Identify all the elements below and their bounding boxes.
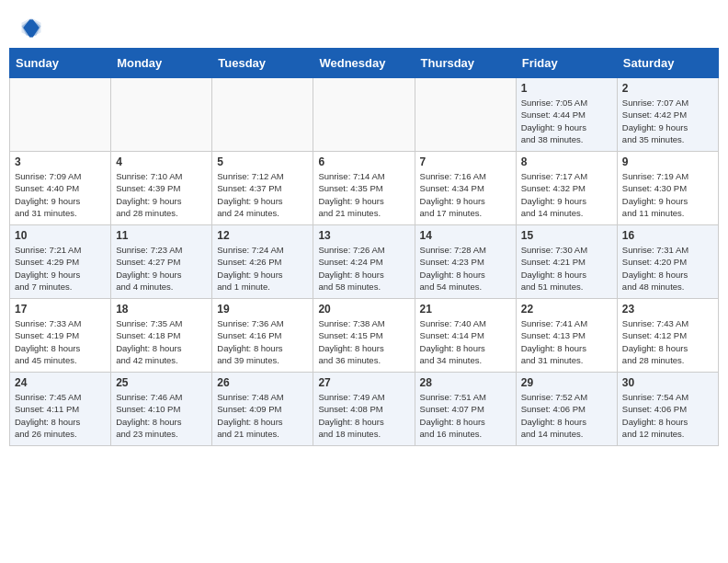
day-cell-21: 21Sunrise: 7:40 AM Sunset: 4:14 PM Dayli… — [415, 299, 516, 373]
day-cell-17: 17Sunrise: 7:33 AM Sunset: 4:19 PM Dayli… — [10, 299, 111, 373]
day-info: Sunrise: 7:24 AM Sunset: 4:26 PM Dayligh… — [217, 244, 308, 293]
day-cell-20: 20Sunrise: 7:38 AM Sunset: 4:15 PM Dayli… — [313, 299, 415, 373]
day-number: 27 — [318, 376, 409, 389]
day-info: Sunrise: 7:30 AM Sunset: 4:21 PM Dayligh… — [521, 244, 612, 293]
day-number: 24 — [15, 376, 106, 389]
day-cell-11: 11Sunrise: 7:23 AM Sunset: 4:27 PM Dayli… — [111, 225, 212, 299]
empty-cell — [415, 78, 516, 152]
weekday-header-friday: Friday — [516, 49, 617, 78]
day-cell-1: 1Sunrise: 7:05 AM Sunset: 4:44 PM Daylig… — [516, 78, 617, 152]
day-cell-13: 13Sunrise: 7:26 AM Sunset: 4:24 PM Dayli… — [313, 225, 415, 299]
day-number: 30 — [622, 376, 713, 389]
day-number: 23 — [622, 303, 713, 316]
day-number: 20 — [318, 303, 409, 316]
day-info: Sunrise: 7:35 AM Sunset: 4:18 PM Dayligh… — [116, 317, 207, 366]
day-number: 6 — [318, 155, 409, 168]
day-cell-25: 25Sunrise: 7:46 AM Sunset: 4:10 PM Dayli… — [111, 373, 212, 446]
weekday-header-monday: Monday — [111, 49, 212, 78]
day-number: 11 — [116, 229, 207, 242]
weekday-header-thursday: Thursday — [415, 49, 516, 78]
empty-cell — [212, 78, 313, 152]
day-number: 5 — [217, 155, 308, 168]
day-number: 28 — [420, 376, 511, 389]
weekday-header-tuesday: Tuesday — [212, 49, 313, 78]
day-cell-4: 4Sunrise: 7:10 AM Sunset: 4:39 PM Daylig… — [111, 152, 212, 225]
empty-cell — [313, 78, 415, 152]
day-cell-29: 29Sunrise: 7:52 AM Sunset: 4:06 PM Dayli… — [516, 373, 617, 446]
day-info: Sunrise: 7:54 AM Sunset: 4:06 PM Dayligh… — [622, 391, 713, 440]
day-info: Sunrise: 7:31 AM Sunset: 4:20 PM Dayligh… — [622, 244, 713, 293]
day-info: Sunrise: 7:45 AM Sunset: 4:11 PM Dayligh… — [15, 391, 106, 440]
day-cell-7: 7Sunrise: 7:16 AM Sunset: 4:34 PM Daylig… — [415, 152, 516, 225]
day-number: 18 — [116, 303, 207, 316]
day-number: 19 — [217, 303, 308, 316]
day-number: 21 — [420, 303, 511, 316]
day-cell-14: 14Sunrise: 7:28 AM Sunset: 4:23 PM Dayli… — [415, 225, 516, 299]
day-cell-24: 24Sunrise: 7:45 AM Sunset: 4:11 PM Dayli… — [10, 373, 111, 446]
logo-icon — [18, 15, 44, 40]
day-number: 25 — [116, 376, 207, 389]
day-info: Sunrise: 7:26 AM Sunset: 4:24 PM Dayligh… — [318, 244, 409, 293]
day-number: 14 — [420, 229, 511, 242]
day-number: 26 — [217, 376, 308, 389]
weekday-header-saturday: Saturday — [617, 49, 718, 78]
day-info: Sunrise: 7:12 AM Sunset: 4:37 PM Dayligh… — [217, 170, 308, 219]
week-row-1: 1Sunrise: 7:05 AM Sunset: 4:44 PM Daylig… — [10, 78, 719, 152]
day-cell-16: 16Sunrise: 7:31 AM Sunset: 4:20 PM Dayli… — [617, 225, 718, 299]
day-info: Sunrise: 7:21 AM Sunset: 4:29 PM Dayligh… — [15, 244, 106, 293]
day-cell-19: 19Sunrise: 7:36 AM Sunset: 4:16 PM Dayli… — [212, 299, 313, 373]
day-number: 9 — [622, 155, 713, 168]
week-row-3: 10Sunrise: 7:21 AM Sunset: 4:29 PM Dayli… — [10, 225, 719, 299]
empty-cell — [10, 78, 111, 152]
day-cell-3: 3Sunrise: 7:09 AM Sunset: 4:40 PM Daylig… — [10, 152, 111, 225]
day-info: Sunrise: 7:14 AM Sunset: 4:35 PM Dayligh… — [318, 170, 409, 219]
logo — [18, 15, 48, 40]
weekday-header-sunday: Sunday — [10, 49, 111, 78]
day-info: Sunrise: 7:52 AM Sunset: 4:06 PM Dayligh… — [521, 391, 612, 440]
empty-cell — [111, 78, 212, 152]
day-cell-18: 18Sunrise: 7:35 AM Sunset: 4:18 PM Dayli… — [111, 299, 212, 373]
weekday-header-wednesday: Wednesday — [313, 49, 415, 78]
day-info: Sunrise: 7:17 AM Sunset: 4:32 PM Dayligh… — [521, 170, 612, 219]
day-info: Sunrise: 7:05 AM Sunset: 4:44 PM Dayligh… — [521, 97, 612, 145]
day-number: 1 — [521, 82, 612, 95]
day-number: 29 — [521, 376, 612, 389]
page-header — [0, 0, 728, 48]
day-cell-5: 5Sunrise: 7:12 AM Sunset: 4:37 PM Daylig… — [212, 152, 313, 225]
day-cell-30: 30Sunrise: 7:54 AM Sunset: 4:06 PM Dayli… — [617, 373, 718, 446]
day-number: 3 — [15, 155, 106, 168]
day-info: Sunrise: 7:10 AM Sunset: 4:39 PM Dayligh… — [116, 170, 207, 219]
day-number: 12 — [217, 229, 308, 242]
week-row-4: 17Sunrise: 7:33 AM Sunset: 4:19 PM Dayli… — [10, 299, 719, 373]
day-info: Sunrise: 7:49 AM Sunset: 4:08 PM Dayligh… — [318, 391, 409, 440]
day-cell-28: 28Sunrise: 7:51 AM Sunset: 4:07 PM Dayli… — [415, 373, 516, 446]
day-info: Sunrise: 7:23 AM Sunset: 4:27 PM Dayligh… — [116, 244, 207, 293]
day-info: Sunrise: 7:36 AM Sunset: 4:16 PM Dayligh… — [217, 317, 308, 366]
day-info: Sunrise: 7:43 AM Sunset: 4:12 PM Dayligh… — [622, 317, 713, 366]
day-number: 22 — [521, 303, 612, 316]
calendar-table: SundayMondayTuesdayWednesdayThursdayFrid… — [9, 48, 719, 446]
day-number: 15 — [521, 229, 612, 242]
day-cell-12: 12Sunrise: 7:24 AM Sunset: 4:26 PM Dayli… — [212, 225, 313, 299]
day-info: Sunrise: 7:46 AM Sunset: 4:10 PM Dayligh… — [116, 391, 207, 440]
day-cell-10: 10Sunrise: 7:21 AM Sunset: 4:29 PM Dayli… — [10, 225, 111, 299]
day-number: 17 — [15, 303, 106, 316]
day-number: 8 — [521, 155, 612, 168]
day-info: Sunrise: 7:33 AM Sunset: 4:19 PM Dayligh… — [15, 317, 106, 366]
day-info: Sunrise: 7:51 AM Sunset: 4:07 PM Dayligh… — [420, 391, 511, 440]
day-cell-27: 27Sunrise: 7:49 AM Sunset: 4:08 PM Dayli… — [313, 373, 415, 446]
day-info: Sunrise: 7:38 AM Sunset: 4:15 PM Dayligh… — [318, 317, 409, 366]
day-cell-23: 23Sunrise: 7:43 AM Sunset: 4:12 PM Dayli… — [617, 299, 718, 373]
week-row-2: 3Sunrise: 7:09 AM Sunset: 4:40 PM Daylig… — [10, 152, 719, 225]
day-info: Sunrise: 7:41 AM Sunset: 4:13 PM Dayligh… — [521, 317, 612, 366]
day-cell-26: 26Sunrise: 7:48 AM Sunset: 4:09 PM Dayli… — [212, 373, 313, 446]
day-info: Sunrise: 7:09 AM Sunset: 4:40 PM Dayligh… — [15, 170, 106, 219]
day-info: Sunrise: 7:19 AM Sunset: 4:30 PM Dayligh… — [622, 170, 713, 219]
day-cell-9: 9Sunrise: 7:19 AM Sunset: 4:30 PM Daylig… — [617, 152, 718, 225]
day-cell-2: 2Sunrise: 7:07 AM Sunset: 4:42 PM Daylig… — [617, 78, 718, 152]
day-number: 10 — [15, 229, 106, 242]
day-info: Sunrise: 7:28 AM Sunset: 4:23 PM Dayligh… — [420, 244, 511, 293]
day-info: Sunrise: 7:40 AM Sunset: 4:14 PM Dayligh… — [420, 317, 511, 366]
day-number: 2 — [622, 82, 713, 95]
day-number: 13 — [318, 229, 409, 242]
